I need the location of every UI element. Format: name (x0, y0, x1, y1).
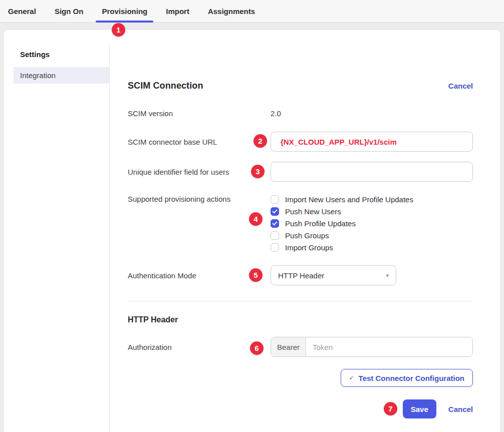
checkbox-push-profile-updates[interactable] (271, 219, 279, 228)
provisioning-actions-list: Import New Users and Profile Updates Pus… (271, 193, 473, 253)
tab-assignments[interactable]: Assignments (208, 0, 255, 22)
authorization-row: Authorization Bearer (128, 337, 473, 357)
authorization-label: Authorization (128, 343, 271, 351)
option-label: Import New Users and Profile Updates (285, 195, 413, 204)
base-url-label: SCIM connector base URL (128, 138, 271, 146)
selected-option: HTTP Header (278, 271, 324, 280)
tab-general[interactable]: General (8, 0, 36, 22)
section-divider (128, 301, 473, 301)
option-label: Push Profile Updates (285, 219, 356, 228)
scim-version-label: SCIM version (128, 109, 271, 118)
sidebar-item-integration[interactable]: Integration (14, 67, 109, 84)
cancel-link-top[interactable]: Cancel (448, 82, 473, 90)
page-title: SCIM Connection (128, 81, 203, 91)
callout-badge-2: 2 (254, 134, 267, 148)
scim-version-value: 2.0 (271, 109, 473, 118)
scim-connection-form: SCIM Connection Cancel SCIM version 2.0 … (110, 30, 500, 432)
checkbox-push-new-users[interactable] (271, 207, 279, 216)
option-import-groups[interactable]: Import Groups (271, 241, 473, 253)
authentication-mode-select[interactable]: HTTP Header ▾ (271, 265, 396, 285)
authorization-input-group: Bearer (271, 337, 473, 357)
option-label: Import Groups (285, 243, 333, 252)
checkbox-import-groups[interactable] (271, 243, 279, 252)
test-connector-button[interactable]: ✓ Test Connector Configuration (341, 369, 473, 387)
tab-provisioning[interactable]: Provisioning (102, 0, 147, 22)
callout-badge-4: 4 (249, 212, 263, 226)
option-push-new-users[interactable]: Push New Users (271, 205, 473, 217)
test-connector-row: ✓ Test Connector Configuration (128, 369, 473, 387)
scim-version-row: SCIM version 2.0 (128, 108, 473, 119)
option-label: Push New Users (285, 207, 341, 216)
tab-import[interactable]: Import (166, 0, 189, 22)
provisioning-actions-label: Supported provisioning actions (128, 193, 271, 205)
tab-sign-on[interactable]: Sign On (55, 0, 84, 22)
bearer-prefix: Bearer (271, 337, 306, 356)
base-url-input[interactable] (271, 132, 473, 152)
settings-sidebar: Settings Integration (4, 30, 109, 432)
provisioning-actions-row: Supported provisioning actions Import Ne… (128, 193, 473, 253)
option-push-profile-updates[interactable]: Push Profile Updates (271, 217, 473, 229)
http-header-section-title: HTTP Header (128, 315, 473, 326)
sidebar-header: Settings (20, 50, 109, 59)
test-connector-label: Test Connector Configuration (359, 374, 464, 382)
option-import-new-users[interactable]: Import New Users and Profile Updates (271, 193, 473, 205)
checkbox-import-new-users[interactable] (271, 195, 279, 204)
unique-id-input[interactable] (271, 162, 473, 182)
provisioning-panel: Settings Integration SCIM Connection Can… (4, 30, 500, 432)
form-footer: Save Cancel (128, 399, 473, 418)
unique-id-row: Unique identifier field for users (128, 162, 473, 182)
option-push-groups[interactable]: Push Groups (271, 229, 473, 241)
page: General Sign On Provisioning Import Assi… (0, 0, 504, 432)
callout-badge-3: 3 (251, 165, 265, 178)
check-icon: ✓ (349, 375, 354, 381)
auth-mode-row: Authentication Mode HTTP Header ▾ (128, 265, 473, 285)
cancel-link-bottom[interactable]: Cancel (448, 405, 473, 413)
callout-badge-7: 7 (384, 402, 397, 415)
option-label: Push Groups (285, 231, 329, 240)
checkbox-push-groups[interactable] (271, 231, 279, 240)
token-input[interactable] (306, 337, 472, 356)
callout-badge-6: 6 (250, 341, 264, 355)
callout-badge-1: 1 (112, 23, 125, 37)
unique-id-label: Unique identifier field for users (128, 168, 271, 176)
check-icon (272, 209, 278, 214)
tab-bar: General Sign On Provisioning Import Assi… (0, 0, 504, 23)
save-button[interactable]: Save (403, 399, 436, 418)
check-icon (272, 221, 278, 226)
panel-header: SCIM Connection Cancel (128, 80, 473, 91)
callout-badge-5: 5 (249, 268, 263, 282)
base-url-row: SCIM connector base URL (128, 132, 473, 152)
chevron-down-icon: ▾ (386, 273, 389, 278)
